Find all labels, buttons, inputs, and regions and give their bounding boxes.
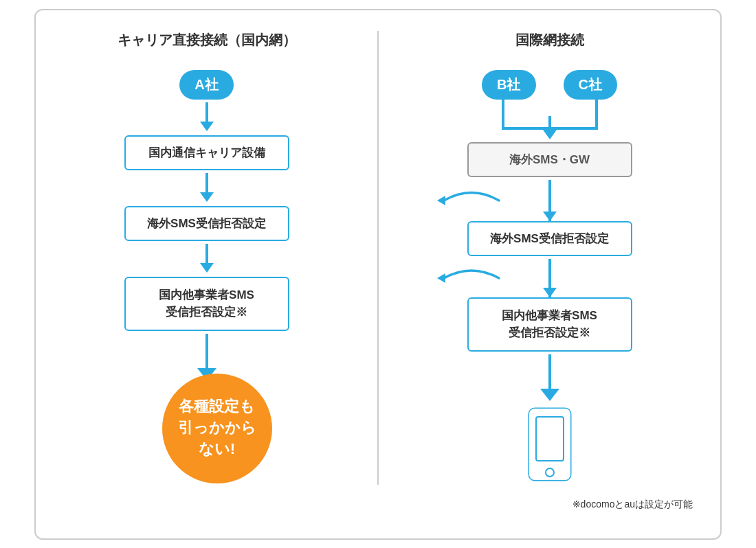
right-title: 国際網接続 [406, 31, 693, 49]
left-title: キャリア直接接続（国内網） [63, 31, 350, 49]
curved-arrow2-svg [430, 260, 513, 296]
company-b-badge: B社 [482, 70, 535, 100]
curved-arrow-svg [430, 181, 513, 220]
circle-text: 各種設定も 引っかから ない! [178, 396, 256, 459]
dual-arrows [481, 100, 619, 130]
arrows-section-right [454, 180, 646, 221]
arrows-section2-right [454, 259, 646, 297]
box1-right: 海外SMS・GW [467, 142, 632, 177]
arrow-big-right [540, 354, 559, 401]
company-a-badge: A社 [179, 70, 233, 100]
box2-left: 海外SMS受信拒否設定 [124, 206, 289, 241]
arrow2-left [200, 173, 214, 202]
arrow1-left [200, 102, 214, 131]
box3-right: 国内他事業者SMS 受信拒否設定※ [467, 297, 632, 352]
company-c-badge: C社 [564, 70, 617, 100]
box2-right: 海外SMS受信拒否設定 [467, 221, 632, 256]
phone-left: 各種設定も 引っかから ない! [183, 391, 231, 470]
main-container: キャリア直接接続（国内網） A社 国内通信キャリア設備 海外SMS受信拒否設定 [34, 9, 722, 540]
arrow3-left [200, 244, 214, 273]
box3-left: 国内他事業者SMS 受信拒否設定※ [124, 277, 289, 331]
svg-marker-8 [437, 196, 445, 205]
orange-circle: 各種設定も 引っかから ない! [162, 374, 272, 483]
right-column: 国際網接続 B社 C社 海外SMS・GW [379, 31, 693, 485]
svg-marker-9 [437, 273, 445, 283]
arrow-head-top-right [543, 130, 557, 139]
left-column: キャリア直接接続（国内網） A社 国内通信キャリア設備 海外SMS受信拒否設定 [63, 31, 379, 485]
footer-note: ※docomoとauは設定が可能 [63, 499, 693, 511]
company-badges-right: B社 C社 [482, 70, 617, 100]
box1-left: 国内通信キャリア設備 [124, 135, 289, 170]
phone-right [526, 407, 574, 485]
phone-right-svg [526, 407, 574, 482]
